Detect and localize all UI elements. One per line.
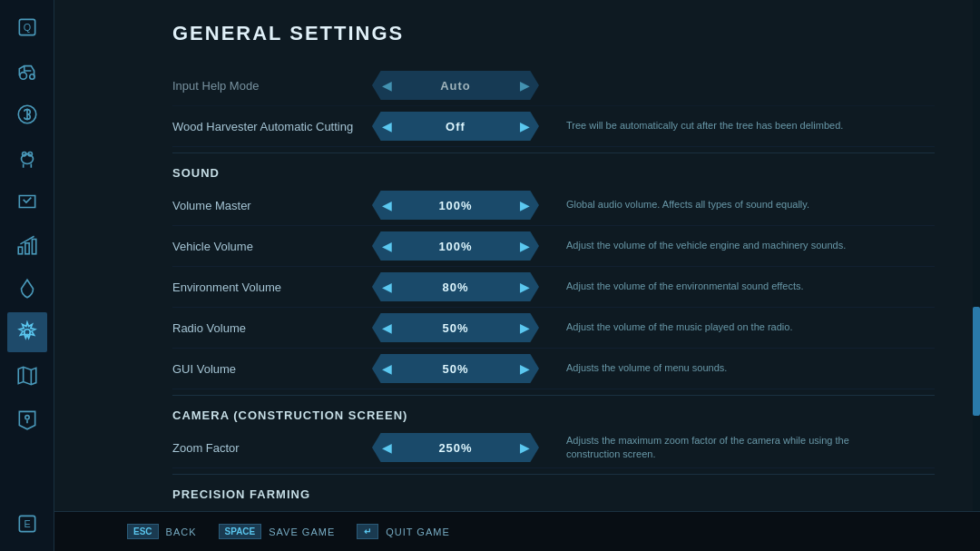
setting-row-volume-master: Volume Master ◀ 100% ▶ Global audio volu… <box>172 185 935 226</box>
svg-rect-9 <box>24 243 28 254</box>
environment-volume-prev-btn[interactable]: ◀ <box>372 272 401 301</box>
gui-volume-prev-btn[interactable]: ◀ <box>372 354 401 383</box>
volume-master-next-btn[interactable]: ▶ <box>510 191 539 220</box>
radio-volume-prev-btn[interactable]: ◀ <box>372 313 401 342</box>
svg-rect-10 <box>32 240 35 254</box>
quit-game-button[interactable]: ↵ QUIT GAME <box>357 524 450 539</box>
svg-text:Q: Q <box>23 22 30 33</box>
section-header-sound: SOUND <box>172 153 935 185</box>
settings-panel: GENERAL SETTINGS Input Help Mode ◀ Auto … <box>54 0 980 511</box>
sidebar-item-e[interactable]: E <box>7 504 47 544</box>
vehicle-volume-desc: Adjust the volume of the vehicle engine … <box>566 239 875 252</box>
setting-row-gui-volume: GUI Volume ◀ 50% ▶ Adjusts the volume of… <box>172 349 935 389</box>
volume-master-label: Volume Master <box>172 199 372 212</box>
environment-volume-label: Environment Volume <box>172 280 372 294</box>
scrollbar-thumb[interactable] <box>973 307 980 416</box>
svg-text:E: E <box>24 518 30 529</box>
svg-point-12 <box>24 416 28 419</box>
sidebar-item-missions[interactable] <box>7 182 47 221</box>
radio-volume-value: 50% <box>401 313 510 342</box>
radio-volume-control: ◀ 50% ▶ <box>372 313 539 342</box>
sidebar-item-help[interactable] <box>7 399 47 439</box>
scrollbar-track[interactable] <box>973 0 980 511</box>
gui-volume-control: ◀ 50% ▶ <box>372 354 539 383</box>
setting-row-vehicle-volume: Vehicle Volume ◀ 100% ▶ Adjust the volum… <box>172 226 935 267</box>
zoom-factor-control: ◀ 250% ▶ <box>372 433 539 462</box>
space-key-badge: SPACE <box>219 524 262 539</box>
setting-row-zoom-factor: Zoom Factor ◀ 250% ▶ Adjusts the maximum… <box>172 428 935 468</box>
setting-row-radio-volume: Radio Volume ◀ 50% ▶ Adjust the volume o… <box>172 308 935 349</box>
content-area: GENERAL SETTINGS Input Help Mode ◀ Auto … <box>54 0 980 511</box>
volume-master-value: 100% <box>401 191 510 220</box>
radio-volume-label: Radio Volume <box>172 321 372 335</box>
svg-rect-8 <box>18 247 22 254</box>
section-header-precision: PRECISION FARMING <box>172 474 935 507</box>
back-label: BACK <box>166 526 197 537</box>
volume-master-control: ◀ 100% ▶ <box>372 191 539 220</box>
main-area: GENERAL SETTINGS Input Help Mode ◀ Auto … <box>54 0 980 551</box>
page-title: GENERAL SETTINGS <box>172 22 944 45</box>
bottom-bar: ESC BACK SPACE SAVE GAME ↵ QUIT GAME <box>54 511 980 551</box>
sidebar-item-money[interactable] <box>7 94 47 134</box>
wood-harvester-desc: Tree will be automatically cut after the… <box>566 119 875 133</box>
wood-harvester-prev-btn[interactable]: ◀ <box>372 112 401 141</box>
setting-row-wood-harvester: Wood Harvester Automatic Cutting ◀ Off ▶… <box>172 106 935 147</box>
gui-volume-desc: Adjusts the volume of menu sounds. <box>566 361 875 375</box>
wood-harvester-value: Off <box>401 112 510 141</box>
zoom-factor-prev-btn[interactable]: ◀ <box>372 433 401 462</box>
sidebar-item-map[interactable] <box>7 356 47 396</box>
truncated-next-btn[interactable]: ▶ <box>510 71 539 100</box>
svg-point-2 <box>19 73 26 80</box>
truncated-setting-label: Input Help Mode <box>172 79 372 93</box>
gui-volume-label: GUI Volume <box>172 362 372 376</box>
enter-key-badge: ↵ <box>357 524 378 539</box>
sidebar-item-settings[interactable] <box>7 312 47 352</box>
environment-volume-control: ◀ 80% ▶ <box>372 272 539 301</box>
gui-volume-next-btn[interactable]: ▶ <box>510 354 539 383</box>
wood-harvester-label: Wood Harvester Automatic Cutting <box>172 120 372 133</box>
sidebar-item-q[interactable]: Q <box>7 7 47 47</box>
vehicle-volume-control: ◀ 100% ▶ <box>372 231 539 261</box>
zoom-factor-label: Zoom Factor <box>172 441 372 455</box>
esc-key-badge: ESC <box>127 524 159 539</box>
volume-master-desc: Global audio volume. Affects all types o… <box>566 198 875 212</box>
vehicle-volume-prev-btn[interactable]: ◀ <box>372 231 401 261</box>
zoom-factor-next-btn[interactable]: ▶ <box>510 433 539 462</box>
zoom-factor-desc: Adjusts the maximum zoom factor of the c… <box>566 434 875 462</box>
quit-game-label: QUIT GAME <box>386 526 450 537</box>
settings-list: Input Help Mode ◀ Auto ▶ Wood Harvester … <box>172 65 944 511</box>
wood-harvester-control: ◀ Off ▶ <box>372 112 539 141</box>
truncated-prev-btn[interactable]: ◀ <box>372 71 401 100</box>
sidebar-item-animals[interactable] <box>7 138 47 178</box>
gui-volume-value: 50% <box>401 354 510 383</box>
vehicle-volume-label: Vehicle Volume <box>172 240 372 253</box>
truncated-setting-control: ◀ Auto ▶ <box>372 71 539 100</box>
zoom-factor-value: 250% <box>401 433 510 462</box>
vehicle-volume-next-btn[interactable]: ▶ <box>510 231 539 261</box>
setting-row-help-window: Help Window Always Active ◀ On ▶ Defines… <box>172 507 935 511</box>
vehicle-volume-value: 100% <box>401 231 510 261</box>
truncated-setting-value: Auto <box>401 71 510 100</box>
sidebar-item-production[interactable] <box>7 225 47 265</box>
radio-volume-next-btn[interactable]: ▶ <box>510 313 539 342</box>
sidebar-item-tractor[interactable] <box>7 51 47 91</box>
sidebar: Q <box>0 0 54 551</box>
section-header-camera: CAMERA (CONSTRUCTION SCREEN) <box>172 395 935 428</box>
back-button[interactable]: ESC BACK <box>127 524 197 539</box>
environment-volume-value: 80% <box>401 272 510 301</box>
save-game-button[interactable]: SPACE SAVE GAME <box>219 524 336 539</box>
wood-harvester-next-btn[interactable]: ▶ <box>510 112 539 141</box>
environment-volume-next-btn[interactable]: ▶ <box>510 272 539 301</box>
radio-volume-desc: Adjust the volume of the music played on… <box>566 320 875 334</box>
environment-volume-desc: Adjust the volume of the environmental s… <box>566 280 875 293</box>
sidebar-item-water[interactable] <box>7 269 47 309</box>
truncated-setting-row: Input Help Mode ◀ Auto ▶ <box>172 65 935 106</box>
volume-master-prev-btn[interactable]: ◀ <box>372 191 401 220</box>
save-game-label: SAVE GAME <box>269 526 335 537</box>
setting-row-environment-volume: Environment Volume ◀ 80% ▶ Adjust the vo… <box>172 267 935 308</box>
